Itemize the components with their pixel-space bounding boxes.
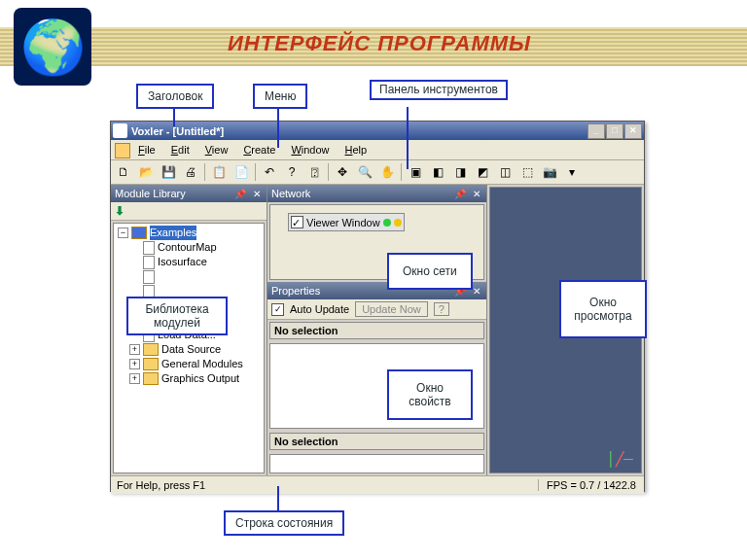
- no-selection-1: No selection: [269, 322, 484, 339]
- tree-item[interactable]: Graphics Output: [161, 371, 239, 386]
- copy-icon[interactable]: 📋: [208, 161, 230, 183]
- pan-icon[interactable]: ✋: [376, 161, 398, 183]
- down-arrow-icon[interactable]: ⬇: [115, 204, 124, 218]
- menu-view[interactable]: View: [197, 144, 236, 156]
- auto-update-checkbox[interactable]: ✓: [271, 303, 284, 316]
- tree-item[interactable]: ContourMap: [158, 240, 217, 255]
- help-small-button[interactable]: ?: [434, 302, 449, 316]
- callout-titlebar: Заголовок: [136, 84, 214, 109]
- zoom-icon[interactable]: 🔍: [354, 161, 375, 183]
- save-icon[interactable]: 💾: [158, 161, 179, 183]
- callout-viewer: Окно просмотра: [559, 280, 647, 338]
- undo-icon[interactable]: ↶: [259, 161, 280, 183]
- collapse-icon[interactable]: −: [118, 228, 128, 238]
- tree-item[interactable]: General Modules: [161, 357, 243, 371]
- menubar[interactable]: File Edit View Create Window Help: [111, 140, 644, 160]
- callout-library: Библиотека модулей: [126, 297, 228, 335]
- view-xy-icon[interactable]: ◧: [427, 161, 448, 183]
- axes-gizmo-icon: │╱─: [607, 451, 633, 467]
- toolbar: 🗋 📂 💾 🖨 📋 📄 ↶ ? ⍰ ✥ 🔍 ✋ ▣ ◧ ◨ ◩ ◫ ⬚ 📷 ▾: [111, 160, 644, 185]
- doc-icon: [143, 256, 155, 269]
- network-header[interactable]: Network 📌 ✕: [267, 185, 486, 202]
- menu-edit[interactable]: Edit: [163, 144, 197, 156]
- pin-icon[interactable]: 📌 ✕: [234, 189, 263, 199]
- checkbox-icon[interactable]: ✓: [291, 216, 303, 228]
- callout-network: Окно сети: [387, 253, 473, 290]
- led-green-icon: [383, 219, 391, 227]
- auto-update-label: Auto Update: [290, 303, 349, 315]
- tree-item[interactable]: Isosurface: [158, 255, 207, 269]
- properties-footer: [269, 454, 484, 473]
- cube2-icon[interactable]: ⬚: [516, 161, 538, 183]
- new-icon[interactable]: 🗋: [113, 161, 134, 183]
- app-icon: [113, 123, 127, 138]
- help-icon[interactable]: ?: [281, 161, 302, 183]
- window-title: Voxler - [Untitled*]: [131, 125, 587, 137]
- led-yellow-icon: [394, 219, 402, 227]
- doc-icon: [143, 270, 155, 284]
- view-xz-icon[interactable]: ◨: [449, 161, 471, 183]
- tree-root[interactable]: Examples: [150, 226, 196, 240]
- callout-props: Окно свойств: [387, 369, 473, 420]
- whatsthis-icon[interactable]: ⍰: [303, 161, 325, 183]
- doc-icon: [143, 241, 155, 255]
- menu-file[interactable]: File: [130, 144, 163, 156]
- paste-icon[interactable]: 📄: [231, 161, 252, 183]
- dropdown-icon[interactable]: ▾: [561, 161, 583, 183]
- folder-icon: [131, 227, 147, 239]
- mdi-icon: [115, 143, 130, 158]
- no-selection-2: No selection: [269, 433, 484, 450]
- move-icon[interactable]: ✥: [332, 161, 353, 183]
- cube-icon[interactable]: ◫: [494, 161, 516, 183]
- folder-icon: [143, 372, 159, 385]
- update-now-button[interactable]: Update Now: [355, 301, 428, 317]
- tree-item[interactable]: Data Source: [161, 342, 221, 357]
- print-icon[interactable]: 🖨: [180, 161, 201, 183]
- library-header[interactable]: Module Library 📌 ✕: [111, 185, 267, 202]
- slide-title: ИНТЕРФЕЙС ПРОГРАММЫ: [228, 31, 531, 56]
- titlebar[interactable]: Voxler - [Untitled*] _ □ ✕: [111, 122, 644, 140]
- folder-icon: [143, 343, 159, 356]
- callout-menu: Меню: [253, 84, 307, 109]
- expand-icon[interactable]: +: [129, 344, 140, 355]
- properties-toolbar: ✓ Auto Update Update Now ?: [267, 299, 486, 320]
- minimize-button[interactable]: _: [587, 123, 605, 139]
- callout-toolbar: Панель инструментов: [370, 80, 508, 100]
- open-icon[interactable]: 📂: [135, 161, 157, 183]
- folder-icon: [143, 358, 159, 370]
- callout-status: Строка состояния: [224, 510, 344, 536]
- library-toolbar: ⬇: [111, 202, 267, 221]
- status-bar: For Help, press F1 FPS = 0.7 / 1422.8: [111, 475, 644, 494]
- status-help: For Help, press F1: [111, 479, 538, 491]
- expand-icon[interactable]: +: [129, 359, 140, 369]
- menu-help[interactable]: Help: [338, 144, 375, 156]
- maximize-button[interactable]: □: [606, 123, 623, 139]
- status-fps: FPS = 0.7 / 1422.8: [538, 479, 644, 491]
- tree-item[interactable]: [158, 269, 160, 284]
- menu-window[interactable]: Window: [283, 144, 337, 156]
- expand-icon[interactable]: +: [129, 373, 140, 384]
- camera-icon[interactable]: 📷: [539, 161, 560, 183]
- pin-icon[interactable]: 📌 ✕: [454, 189, 482, 199]
- module-tree[interactable]: −Examples ContourMap Isosurface at Load …: [113, 223, 265, 473]
- view-yz-icon[interactable]: ◩: [472, 161, 493, 183]
- network-node[interactable]: ✓ Viewer Window: [288, 213, 405, 231]
- globe-icon: 🌍: [14, 8, 91, 86]
- close-button[interactable]: ✕: [624, 123, 642, 139]
